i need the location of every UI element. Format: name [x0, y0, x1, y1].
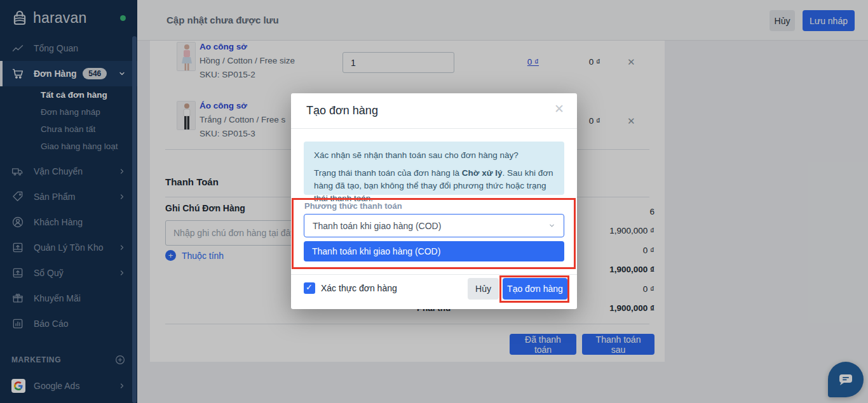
info-line-1: Xác nhận sẽ nhận thanh toán sau cho đơn … [314, 149, 554, 162]
divider [291, 274, 577, 275]
payment-method-selected-value: Thanh toán khi giao hàng (COD) [313, 221, 441, 231]
modal-create-order-button[interactable]: Tạo đơn hàng [503, 278, 567, 300]
payment-method-label: Phương thức thanh toán [304, 201, 402, 211]
payment-method-select[interactable]: Thanh toán khi giao hàng (COD) [304, 214, 564, 237]
divider [291, 128, 577, 129]
modal-title: Tạo đơn hàng [306, 93, 378, 128]
payment-confirmation-info-box: Xác nhận sẽ nhận thanh toán sau cho đơn … [304, 142, 564, 195]
modal-cancel-button[interactable]: Hủy [468, 278, 499, 300]
create-order-modal: Tạo đơn hàng ✕ Xác nhận sẽ nhận thanh to… [291, 93, 577, 309]
verify-order-label: Xác thực đơn hàng [321, 283, 397, 293]
haravan-admin-screen: haravan Tổng Quan Đơn Hàng 546 Tất cả đơ… [0, 0, 868, 403]
chevron-down-icon [548, 222, 555, 229]
payment-method-option-cod[interactable]: Thanh toán khi giao hàng (COD) [304, 241, 564, 261]
info-line-2: Trạng thái thanh toán của đơn hàng là Ch… [314, 167, 554, 205]
close-icon[interactable]: ✕ [554, 103, 564, 115]
verify-order-checkbox[interactable] [304, 282, 315, 294]
